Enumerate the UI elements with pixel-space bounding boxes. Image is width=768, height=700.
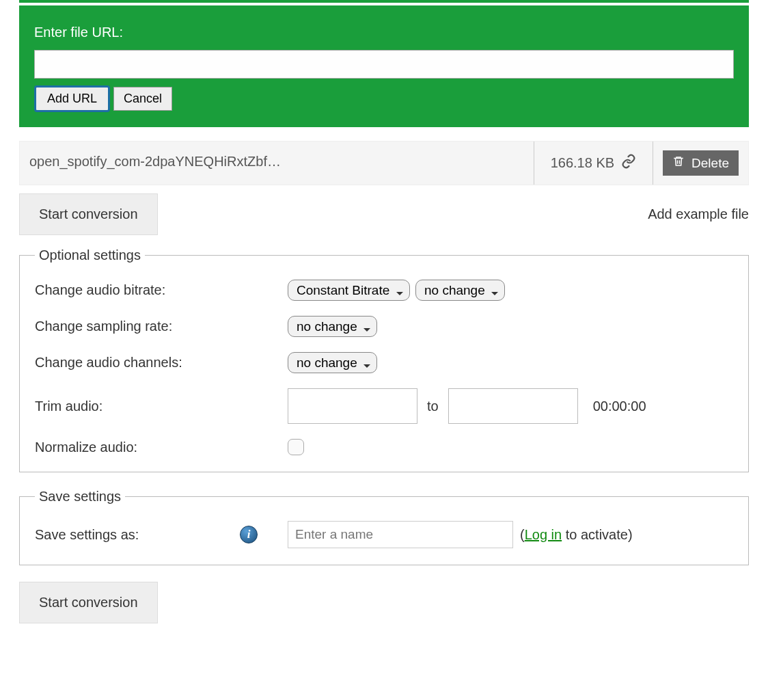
login-note: (Log in to activate) [520,527,633,543]
link-icon [621,154,636,172]
bitrate-mode-select[interactable]: Constant Bitrate [288,280,410,301]
channels-label: Change audio channels: [35,355,288,371]
bitrate-label: Change audio bitrate: [35,282,288,298]
start-conversion-button-bottom[interactable]: Start conversion [19,582,158,623]
save-settings-legend: Save settings [35,489,125,504]
normalize-checkbox[interactable] [288,439,304,455]
enter-url-panel: Enter file URL: Add URL Cancel [19,5,749,127]
file-row: open_spotify_com-2dpaYNEQHiRxtZbf… 166.1… [19,141,749,185]
optional-settings-fieldset: Optional settings Change audio bitrate: … [19,247,749,472]
delete-button[interactable]: Delete [663,150,739,176]
optional-settings-legend: Optional settings [35,247,145,263]
bitrate-value-select[interactable]: no change [415,280,505,301]
file-size: 166.18 KB [534,142,653,185]
trim-label: Trim audio: [35,399,288,414]
login-link[interactable]: Log in [525,527,562,542]
add-example-file-link[interactable]: Add example file [648,206,749,222]
sampling-select[interactable]: no change [288,316,377,337]
trim-end-input[interactable] [448,388,578,424]
trim-separator: to [427,399,439,414]
channels-select[interactable]: no change [288,352,377,373]
sampling-label: Change sampling rate: [35,319,288,334]
start-conversion-button-top[interactable]: Start conversion [19,193,158,235]
settings-name-input[interactable] [288,521,513,548]
save-settings-fieldset: Save settings Save settings as: i (Log i… [19,489,749,565]
cancel-button[interactable]: Cancel [113,87,172,111]
info-icon[interactable]: i [240,526,258,543]
trim-start-input[interactable] [288,388,417,424]
trim-duration: 00:00:00 [593,399,646,414]
file-name: open_spotify_com-2dpaYNEQHiRxtZbf… [20,142,534,185]
trash-icon [672,154,685,172]
normalize-label: Normalize audio: [35,440,288,455]
url-label: Enter file URL: [34,25,734,40]
url-input[interactable] [34,50,734,79]
add-url-button[interactable]: Add URL [34,85,110,112]
